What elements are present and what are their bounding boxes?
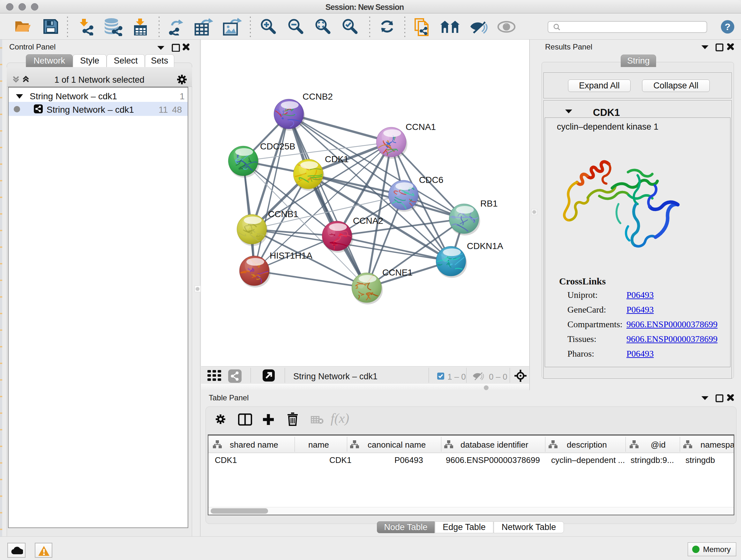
svg-text:RB1: RB1 [480, 199, 497, 208]
svg-text:CCNE1: CCNE1 [382, 267, 413, 277]
svg-text:?: ? [725, 21, 731, 32]
svg-text:CCNB2: CCNB2 [302, 91, 333, 102]
svg-text:CDC25B: CDC25B [260, 141, 295, 151]
svg-text:CCNA1: CCNA1 [406, 122, 436, 132]
svg-text:CDK1: CDK1 [325, 154, 349, 164]
svg-text:CCNA2: CCNA2 [353, 216, 383, 226]
svg-text:HIST1H1A: HIST1H1A [270, 251, 313, 260]
svg-text:CCNB1: CCNB1 [268, 209, 298, 219]
svg-text:CDC6: CDC6 [419, 175, 443, 185]
svg-text:CDKN1A: CDKN1A [467, 241, 503, 251]
